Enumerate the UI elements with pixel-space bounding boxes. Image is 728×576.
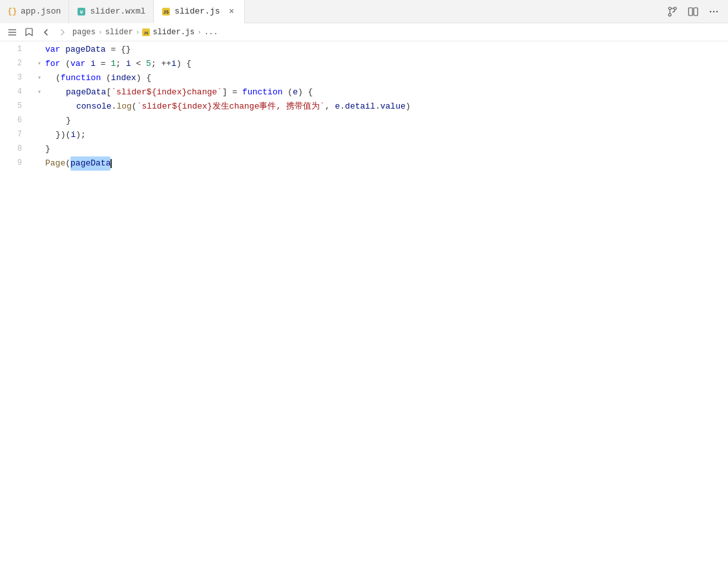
- svg-point-9: [710, 10, 711, 12]
- tab-bar: {} app.json W slider.wxml JS slider.js ×: [0, 0, 728, 23]
- tab-app-json[interactable]: {} app.json: [0, 0, 69, 23]
- code-area[interactable]: var pageData = {} ▾ for ( var i = 1 ; i …: [32, 41, 728, 576]
- forward-button[interactable]: [56, 25, 70, 39]
- highlighted-pagedata: pageData: [70, 156, 110, 171]
- code-line-7: })( i );: [32, 128, 728, 142]
- svg-rect-7: [689, 8, 692, 16]
- code-line-9: Page ( pageData: [32, 156, 728, 171]
- fold-arrow-4[interactable]: ▾: [35, 88, 44, 97]
- svg-point-6: [669, 14, 671, 16]
- close-tab-slider-js[interactable]: ×: [226, 6, 236, 17]
- tab-label-app-json: app.json: [21, 6, 61, 16]
- back-button[interactable]: [39, 25, 53, 39]
- code-line-6: }: [32, 114, 728, 128]
- line-num-4: 4: [0, 85, 27, 100]
- line-num-6: 6: [0, 114, 27, 128]
- more-actions-button[interactable]: [705, 3, 723, 21]
- svg-text:JS: JS: [144, 31, 149, 36]
- code-line-8: }: [32, 142, 728, 156]
- editor: 1 2 3 4 5 6 7 8 9 var pageData = {} ▾ fo…: [0, 41, 728, 576]
- breadcrumb-sep1: ›: [98, 28, 103, 36]
- svg-point-11: [716, 10, 718, 12]
- text-cursor: [110, 159, 112, 168]
- bookmark-button[interactable]: [22, 25, 36, 39]
- breadcrumb-js-icon: JS: [142, 28, 150, 36]
- line-num-1: 1: [0, 43, 27, 57]
- fold-arrow-3[interactable]: ▾: [35, 74, 44, 83]
- svg-text:JS: JS: [163, 10, 169, 15]
- svg-point-5: [674, 7, 676, 10]
- line-num-9: 9: [0, 156, 27, 171]
- breadcrumb-ellipsis[interactable]: ...: [204, 28, 218, 37]
- source-control-button[interactable]: [663, 3, 681, 21]
- line-numbers: 1 2 3 4 5 6 7 8 9: [0, 41, 32, 576]
- json-icon: {}: [8, 7, 17, 16]
- breadcrumb-slider-js[interactable]: slider.js: [152, 28, 194, 37]
- line-num-8: 8: [0, 142, 27, 156]
- tab-label-slider-wxml: slider.wxml: [90, 6, 145, 16]
- split-editor-button[interactable]: [684, 3, 702, 21]
- tab-label-slider-js: slider.js: [174, 6, 220, 16]
- breadcrumb-pages[interactable]: pages: [72, 28, 96, 37]
- js-icon: JS: [161, 7, 171, 16]
- line-num-5: 5: [0, 100, 27, 114]
- svg-point-10: [713, 10, 714, 12]
- hamburger-button[interactable]: [5, 25, 19, 39]
- code-line-2: ▾ for ( var i = 1 ; i < 5 ; ++ i ) {: [32, 57, 728, 71]
- code-line-5: console . log ( `slider${index}发生change事…: [32, 100, 728, 114]
- wxml-icon: W: [77, 7, 86, 16]
- line-num-2: 2: [0, 57, 27, 71]
- tab-bar-actions: [663, 3, 728, 21]
- tab-slider-js[interactable]: JS slider.js ×: [154, 0, 245, 23]
- breadcrumb-sep3: ›: [197, 28, 202, 36]
- svg-rect-8: [694, 8, 698, 16]
- line-num-3: 3: [0, 71, 27, 85]
- line-num-7: 7: [0, 128, 27, 142]
- code-line-1: var pageData = {}: [32, 43, 728, 57]
- fold-arrow-2[interactable]: ▾: [35, 59, 44, 69]
- breadcrumb-bar: pages › slider › JS slider.js › ...: [0, 23, 728, 41]
- tab-slider-wxml[interactable]: W slider.wxml: [69, 0, 154, 23]
- code-line-4: ▾ pageData [ `slider${index}change` ] = …: [32, 85, 728, 100]
- breadcrumb-slider[interactable]: slider: [105, 28, 133, 37]
- code-line-3: ▾ ( function ( index ) {: [32, 71, 728, 85]
- svg-point-4: [669, 7, 671, 10]
- breadcrumb-sep2: ›: [136, 28, 140, 36]
